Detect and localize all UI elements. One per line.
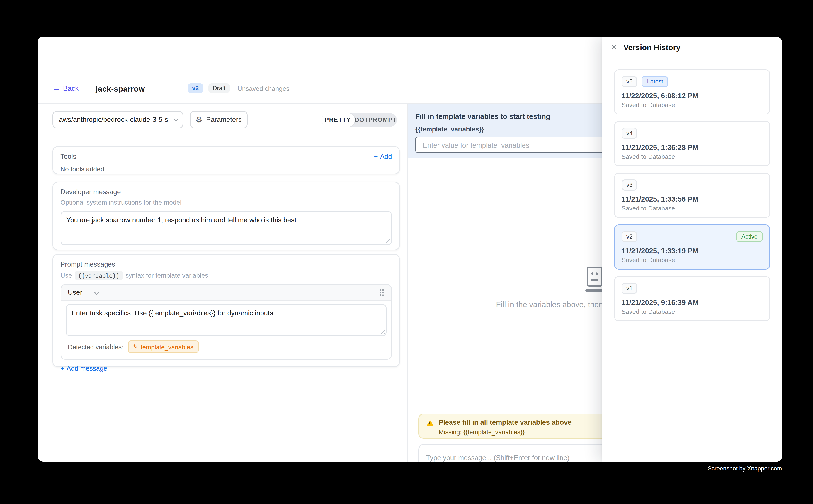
version-chip: v3 xyxy=(622,179,638,191)
version-chip: v4 xyxy=(622,128,638,139)
version-history-title: Version History xyxy=(624,43,680,52)
document-header: ← Back jack-sparrow v2 Draft Unsaved cha… xyxy=(52,81,290,96)
message-role-header: User xyxy=(61,285,391,301)
hint-suffix: syntax for template variables xyxy=(125,272,208,279)
model-selector-value: aws/anthropic/bedrock-claude-3-5-s... xyxy=(59,116,169,123)
back-arrow-icon: ← xyxy=(52,84,60,92)
tools-card: Tools + Add No tools added xyxy=(52,146,400,174)
version-chip: v1 xyxy=(622,283,638,294)
version-timestamp: 11/22/2025, 6:08:12 PM xyxy=(622,91,763,99)
back-button[interactable]: ← Back xyxy=(52,84,79,92)
pencil-icon: ✎ xyxy=(133,344,138,350)
developer-message-subtitle: Optional system instructions for the mod… xyxy=(60,199,392,206)
model-selector[interactable]: aws/anthropic/bedrock-claude-3-5-s... xyxy=(52,111,183,128)
tools-title: Tools xyxy=(60,153,76,160)
template-syntax-hint: Use {{variable}} syntax for template var… xyxy=(60,271,392,280)
screenshot-stage: ← Back jack-sparrow v2 Draft Unsaved cha… xyxy=(0,0,813,504)
screenshot-watermark: Screenshot by Xnapper.com xyxy=(708,465,782,472)
drag-handle-icon[interactable] xyxy=(379,289,385,296)
version-card-v1[interactable]: v1 11/21/2025, 9:16:39 AM Saved to Datab… xyxy=(614,276,770,321)
prompt-messages-card: Prompt messages Use {{variable}} syntax … xyxy=(52,254,400,367)
variable-syntax-chip: {{variable}} xyxy=(75,271,122,280)
version-card-v4[interactable]: v4 11/21/2025, 1:36:28 PM Saved to Datab… xyxy=(614,121,770,166)
version-chip: v2 xyxy=(622,231,638,242)
version-timestamp: 11/21/2025, 1:36:28 PM xyxy=(622,143,763,151)
version-chip: v5 xyxy=(622,76,638,87)
tools-empty-text: No tools added xyxy=(60,165,392,172)
developer-message-textarea[interactable]: You are jack sparrow number 1, respond a… xyxy=(60,211,392,245)
template-variable-label: {{template_variables}} xyxy=(415,126,484,133)
parameters-button[interactable]: ⚙ Parameters xyxy=(190,111,248,128)
latest-badge: Latest xyxy=(642,76,668,87)
warning-title: Please fill in all template variables ab… xyxy=(439,418,571,426)
add-tool-button[interactable]: + Add xyxy=(374,153,392,160)
parameters-label: Parameters xyxy=(206,116,242,123)
toggle-dotprompt[interactable]: DOTPROMPT xyxy=(354,116,397,123)
version-timestamp: 11/21/2025, 1:33:56 PM xyxy=(622,195,763,203)
role-selector[interactable]: User xyxy=(68,289,82,296)
version-source: Saved to Database xyxy=(622,308,763,315)
toggle-pretty[interactable]: PRETTY xyxy=(321,113,354,127)
version-timestamp: 11/21/2025, 1:33:19 PM xyxy=(622,246,763,254)
unsaved-changes-label: Unsaved changes xyxy=(238,85,290,92)
detected-variables-label: Detected variables: xyxy=(68,343,123,351)
version-history-panel: × Version History v5 Latest 11/22/2025, … xyxy=(602,37,782,462)
add-message-label: Add message xyxy=(66,365,107,372)
add-tool-label: Add xyxy=(380,153,392,160)
developer-message-title: Developer message xyxy=(60,188,392,196)
warning-missing-text: Missing: {{template_variables}} xyxy=(439,428,524,435)
active-badge: Active xyxy=(736,231,763,242)
version-source: Saved to Database xyxy=(622,101,763,109)
version-badge: v2 xyxy=(188,83,203,93)
template-variable-name: template_variables xyxy=(140,343,193,351)
prompt-message-textarea[interactable]: Enter task specifics. Use {{template_var… xyxy=(66,304,387,336)
app-window: ← Back jack-sparrow v2 Draft Unsaved cha… xyxy=(38,37,782,462)
template-variable-chip[interactable]: ✎ template_variables xyxy=(128,341,198,353)
developer-message-card: Developer message Optional system instru… xyxy=(52,182,400,250)
hint-prefix: Use xyxy=(60,272,72,279)
prompt-message-block: User Enter task specifics. Use {{templat… xyxy=(60,284,392,360)
version-timestamp: 11/21/2025, 9:16:39 AM xyxy=(622,298,763,306)
page-title: jack-sparrow xyxy=(96,84,145,93)
gear-icon: ⚙ xyxy=(195,116,202,123)
warning-icon xyxy=(426,420,433,426)
version-card-v3[interactable]: v3 11/21/2025, 1:33:56 PM Saved to Datab… xyxy=(614,173,770,218)
version-source: Saved to Database xyxy=(622,256,763,264)
plus-icon: + xyxy=(60,365,64,372)
version-card-v5[interactable]: v5 Latest 11/22/2025, 6:08:12 PM Saved t… xyxy=(614,69,770,114)
add-message-button[interactable]: + Add message xyxy=(60,365,107,372)
view-mode-toggle: PRETTY DOTPROMPT xyxy=(321,113,397,127)
chevron-down-icon xyxy=(173,116,178,121)
robot-icon-base xyxy=(585,289,604,292)
draft-badge: Draft xyxy=(209,83,230,93)
close-icon[interactable]: × xyxy=(611,42,617,52)
robot-icon xyxy=(587,267,602,287)
version-source: Saved to Database xyxy=(622,153,763,160)
version-source: Saved to Database xyxy=(622,205,763,212)
detected-variables-row: Detected variables: ✎ template_variables xyxy=(66,336,387,359)
version-history-header: × Version History xyxy=(602,37,782,59)
prompt-messages-title: Prompt messages xyxy=(60,261,392,268)
version-card-v2[interactable]: v2 Active 11/21/2025, 1:33:19 PM Saved t… xyxy=(614,224,770,269)
banner-title: Fill in template variables to start test… xyxy=(415,112,550,120)
plus-icon: + xyxy=(374,153,378,160)
chevron-down-icon[interactable] xyxy=(95,290,100,294)
back-label: Back xyxy=(63,84,79,92)
